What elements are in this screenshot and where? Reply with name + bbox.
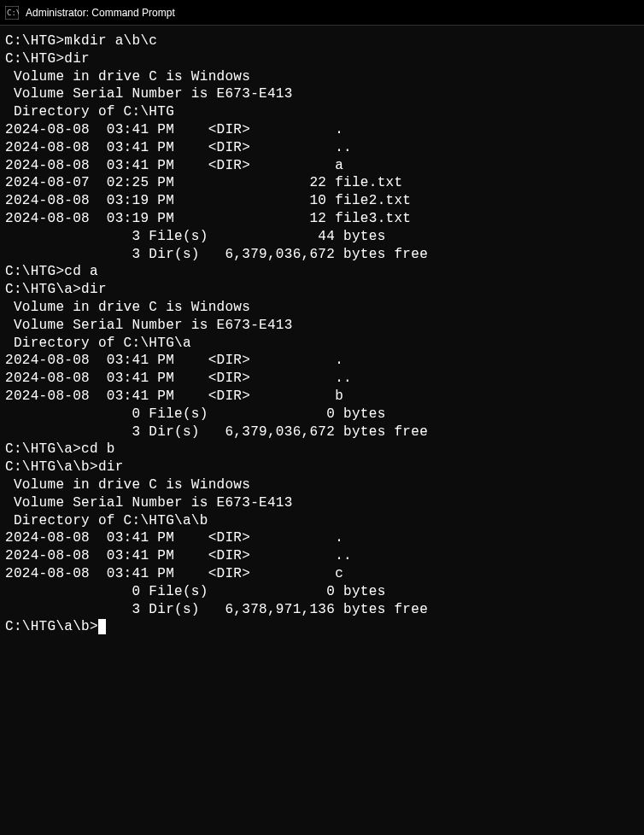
output-line: 2024-08-08 03:19 PM 12 file3.txt xyxy=(5,210,639,228)
output-line: 3 Dir(s) 6,379,036,672 bytes free xyxy=(5,423,639,441)
output-line: 2024-08-08 03:41 PM <DIR> .. xyxy=(5,547,639,565)
terminal-output[interactable]: C:\HTG>mkdir a\b\cC:\HTG>dir Volume in d… xyxy=(0,26,644,643)
cmd-icon: C:\ xyxy=(5,6,19,20)
output-line: C:\HTG\a>dir xyxy=(5,281,639,299)
output-line: 3 Dir(s) 6,379,036,672 bytes free xyxy=(5,246,639,264)
svg-text:C:\: C:\ xyxy=(7,9,19,17)
prompt-line[interactable]: C:\HTG\a\b> xyxy=(5,618,639,636)
cursor xyxy=(98,619,106,634)
output-line: C:\HTG\a>cd b xyxy=(5,441,639,458)
output-line: Directory of C:\HTG xyxy=(5,103,639,121)
output-line: 2024-08-08 03:41 PM <DIR> .. xyxy=(5,139,639,157)
output-line: 2024-08-08 03:41 PM <DIR> c xyxy=(5,565,639,583)
window-title: Administrator: Command Prompt xyxy=(26,7,175,19)
output-line: 0 File(s) 0 bytes xyxy=(5,406,639,423)
output-line: Directory of C:\HTG\a xyxy=(5,335,639,353)
output-line: 3 Dir(s) 6,378,971,136 bytes free xyxy=(5,601,639,619)
prompt-text: C:\HTG\a\b> xyxy=(5,619,98,634)
output-line: 0 File(s) 0 bytes xyxy=(5,583,639,601)
output-line: 3 File(s) 44 bytes xyxy=(5,228,639,246)
output-line: Volume in drive C is Windows xyxy=(5,299,639,317)
window-titlebar[interactable]: C:\ Administrator: Command Prompt xyxy=(0,0,644,26)
output-line: Directory of C:\HTG\a\b xyxy=(5,512,639,530)
output-line: Volume in drive C is Windows xyxy=(5,68,639,86)
output-line: C:\HTG\a\b>dir xyxy=(5,458,639,476)
output-line: 2024-08-08 03:41 PM <DIR> a xyxy=(5,157,639,175)
output-line: Volume Serial Number is E673-E413 xyxy=(5,85,639,103)
output-line: 2024-08-08 03:41 PM <DIR> b xyxy=(5,388,639,406)
output-line: C:\HTG>cd a xyxy=(5,263,639,281)
output-line: 2024-08-08 03:41 PM <DIR> . xyxy=(5,529,639,547)
output-line: Volume Serial Number is E673-E413 xyxy=(5,317,639,335)
output-line: 2024-08-08 03:19 PM 10 file2.txt xyxy=(5,192,639,210)
output-line: C:\HTG>mkdir a\b\c xyxy=(5,32,639,50)
output-line: 2024-08-07 02:25 PM 22 file.txt xyxy=(5,174,639,192)
output-line: Volume Serial Number is E673-E413 xyxy=(5,494,639,512)
output-line: C:\HTG>dir xyxy=(5,50,639,68)
output-line: 2024-08-08 03:41 PM <DIR> . xyxy=(5,121,639,139)
output-line: Volume in drive C is Windows xyxy=(5,476,639,494)
output-line: 2024-08-08 03:41 PM <DIR> . xyxy=(5,352,639,370)
output-line: 2024-08-08 03:41 PM <DIR> .. xyxy=(5,370,639,388)
